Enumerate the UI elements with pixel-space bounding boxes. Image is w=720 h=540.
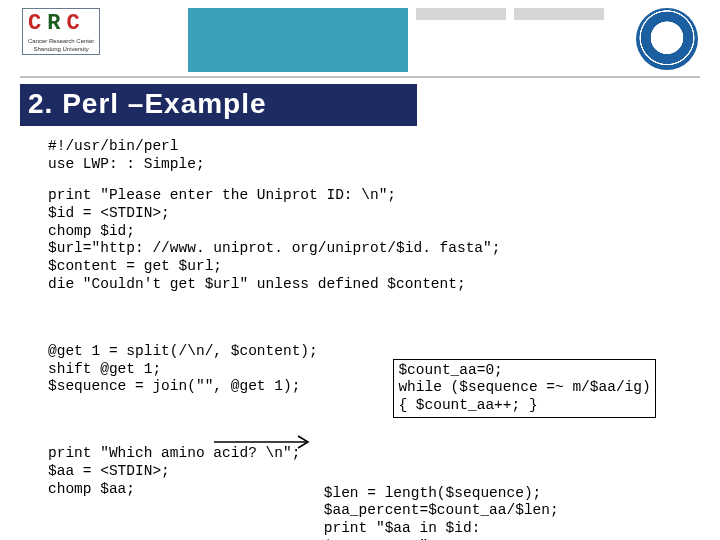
arrow-icon: [214, 434, 314, 450]
slide-title: 2. Perl –Example: [20, 84, 417, 126]
code-block-which-aa: print "Which amino acid? \n"; $aa = <STD…: [48, 445, 318, 498]
university-seal-icon: [636, 8, 698, 70]
decor-gray-box-1: [416, 8, 506, 20]
code-block-shebang: #!/usr/bin/perl use LWP: : Simple;: [48, 138, 700, 173]
header-divider: [20, 76, 700, 78]
code-area: #!/usr/bin/perl use LWP: : Simple; print…: [48, 138, 700, 540]
crc-logo: C R C Cancer Research Center Shandong Un…: [22, 8, 100, 55]
code-block-output: $len = length($sequence); $aa_percent=$c…: [324, 485, 656, 540]
decor-gray-box-2: [514, 8, 604, 20]
crc-letter-c2: C: [66, 11, 79, 36]
crc-subtitle-1: Cancer Research Center: [28, 38, 94, 44]
code-block-split-join: @get 1 = split(/\n/, $content); shift @g…: [48, 343, 318, 396]
code-block-input-fetch: print "Please enter the Uniprot ID: \n";…: [48, 187, 700, 293]
crc-subtitle-2: Shandong University: [28, 46, 94, 52]
crc-letter-c1: C: [28, 11, 41, 36]
decor-teal-box: [188, 8, 408, 72]
code-box-count-loop: $count_aa=0; while ($sequence =~ m/$aa/i…: [393, 359, 655, 418]
crc-letter-r: R: [47, 11, 60, 36]
